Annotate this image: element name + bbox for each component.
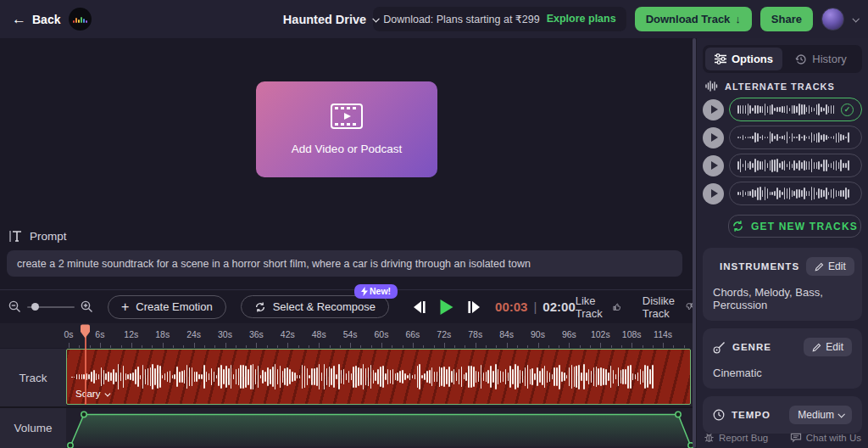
waveform-bar — [740, 192, 742, 195]
waveform-bar — [421, 375, 423, 379]
track-option[interactable] — [729, 182, 862, 205]
waveform-bar — [789, 161, 791, 169]
play-track-button[interactable] — [703, 127, 724, 148]
waveform-bar — [581, 372, 582, 380]
waveform-bar — [473, 367, 475, 387]
ruler-tick — [413, 343, 414, 348]
account-chevron-down-icon[interactable] — [852, 15, 859, 22]
timeline-ruler[interactable]: 0s6s12s18s24s30s36s42s48s54s60s66s72s78s… — [66, 327, 693, 348]
volume-point[interactable] — [676, 412, 681, 417]
waveform-bar — [272, 367, 274, 386]
share-button[interactable]: Share — [760, 7, 813, 31]
skip-forward-button[interactable] — [467, 300, 481, 314]
track-option-selected[interactable]: ✓ — [729, 98, 862, 121]
scrollbar[interactable] — [693, 38, 696, 448]
waveform-bar — [627, 366, 629, 389]
tab-history[interactable]: History — [782, 48, 860, 70]
waveform-bar — [417, 366, 419, 389]
waveform-bar — [375, 372, 376, 380]
waveform-bar — [767, 106, 769, 113]
tab-options[interactable]: Options — [705, 48, 782, 70]
ruler-tick-label: 12s — [124, 329, 138, 339]
ruler-tick — [465, 345, 465, 348]
edit-genre-button[interactable]: Edit — [804, 338, 852, 356]
waveform-bar — [321, 372, 323, 382]
play-track-button[interactable] — [703, 183, 724, 204]
waveform-bar — [118, 364, 120, 389]
waveform-bar — [542, 368, 543, 385]
waveform-bar — [809, 136, 810, 139]
ruler-tick — [90, 345, 91, 348]
clip-waveform — [71, 350, 686, 404]
create-emotion-button[interactable]: + Create Emotion — [108, 295, 226, 319]
back-button[interactable]: ← Back — [12, 12, 60, 26]
waveform-bar — [784, 106, 786, 113]
ruler-tick — [559, 345, 559, 348]
waveform-bar — [814, 108, 815, 111]
track-option[interactable] — [729, 154, 862, 177]
waveform-bar — [767, 188, 769, 199]
waveform-bar — [216, 375, 218, 378]
select-recompose-button[interactable]: Select & Recompose — [241, 295, 389, 318]
track-option[interactable] — [729, 126, 862, 149]
avatar[interactable] — [821, 8, 844, 31]
waveform-bar — [412, 375, 414, 378]
waveform-bar — [748, 137, 749, 139]
play-button[interactable] — [439, 299, 454, 316]
skip-forward-icon — [467, 300, 481, 314]
waveform-bar — [754, 159, 756, 172]
zoom-slider[interactable] — [27, 306, 75, 308]
waveform-bar — [304, 366, 306, 388]
waveform-bar — [387, 369, 389, 384]
tempo-select[interactable]: Medium — [789, 406, 852, 424]
volume-envelope[interactable] — [66, 408, 693, 448]
skip-back-button[interactable] — [412, 300, 426, 314]
zoom-in-icon[interactable] — [81, 300, 93, 313]
ruler-tick — [653, 345, 654, 348]
waveform-bar — [843, 190, 844, 197]
waveform-bar — [236, 369, 237, 384]
download-track-button[interactable]: Download Track ↓ — [635, 7, 752, 31]
waveform-bar — [370, 365, 372, 389]
waveform-bar — [468, 366, 470, 387]
volume-point[interactable] — [68, 443, 73, 448]
waveform-bar — [127, 374, 129, 380]
zoom-out-icon[interactable] — [8, 300, 21, 313]
dislike-track-button[interactable]: Dislike Track — [643, 294, 693, 320]
brand-logo[interactable] — [69, 8, 92, 31]
waveform-bar — [643, 371, 644, 383]
volume-point[interactable] — [81, 412, 86, 417]
waveform-bar — [745, 137, 747, 139]
play-track-button[interactable] — [703, 99, 724, 120]
edit-instruments-button[interactable]: Edit — [806, 257, 854, 276]
play-track-button[interactable] — [703, 155, 724, 176]
ruler-tick — [256, 343, 257, 348]
get-new-tracks-button[interactable]: GET NEW TRACKS — [728, 215, 861, 238]
ruler-tick — [204, 345, 205, 348]
waveform-bar — [439, 367, 441, 387]
add-video-card[interactable]: Add Video or Podcast — [256, 81, 437, 177]
waveform-bar — [520, 370, 521, 384]
waveform-bar — [804, 188, 805, 199]
playhead-marker[interactable] — [80, 324, 91, 339]
waveform-bar — [765, 104, 766, 115]
prompt-input[interactable] — [7, 250, 682, 277]
bolt-icon — [361, 287, 368, 296]
zoom-slider-thumb[interactable] — [31, 303, 39, 311]
waveform-bar — [311, 368, 313, 385]
waveform-bar — [787, 105, 788, 114]
chat-with-us-button[interactable]: Chat with Us — [790, 432, 861, 443]
like-track-button[interactable]: Like Track — [576, 294, 621, 320]
audio-clip[interactable]: Scary — [66, 349, 691, 405]
explore-plans-link[interactable]: Explore plans — [547, 13, 616, 25]
waveform-bar — [333, 366, 335, 387]
emotion-label[interactable]: Scary — [75, 389, 109, 399]
waveform-bar — [91, 372, 92, 382]
waveform-bar — [752, 163, 754, 167]
waveform-bar — [816, 192, 818, 195]
project-title[interactable]: Haunted Drive — [283, 0, 378, 38]
ruler-tick — [287, 343, 288, 348]
waveform-bar — [355, 366, 357, 388]
report-bug-button[interactable]: Report Bug — [704, 432, 768, 443]
play-icon — [711, 105, 718, 114]
